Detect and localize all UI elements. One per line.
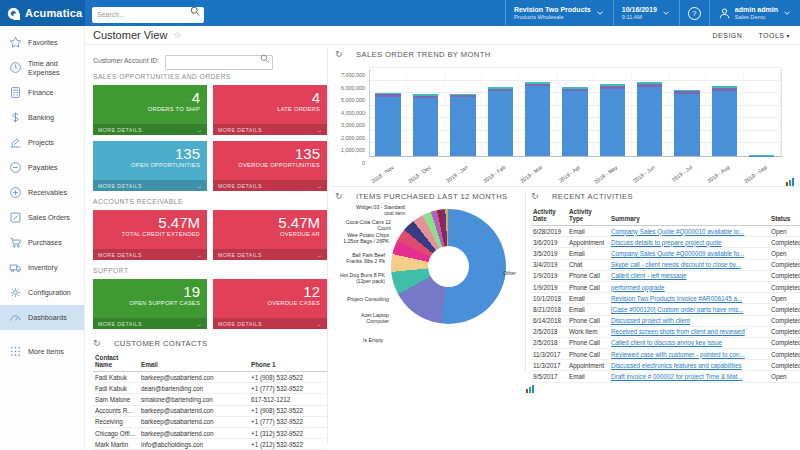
- kpi-tile-total-credit-extended[interactable]: 5.47MTOTAL CREDIT EXTENDEDMORE DETAILS→: [93, 210, 207, 260]
- company-selector[interactable]: Revision Two Products Products Wholesale: [505, 0, 613, 26]
- column-header-summary[interactable]: Summary: [609, 206, 769, 226]
- bar-2019-sep[interactable]: 2019 - Sep: [744, 69, 781, 156]
- maximize-widget-icon[interactable]: [786, 178, 794, 186]
- bar-2019-may[interactable]: 2019 - May: [594, 69, 631, 156]
- more-details-link[interactable]: MORE DETAILS→: [213, 249, 327, 260]
- sidebar-item-dashboards[interactable]: Dashboards: [0, 305, 84, 330]
- column-header-contact-name[interactable]: Contact Name: [93, 352, 139, 372]
- kpi-tile-overdue-opportunities[interactable]: 135OVERDUE OPPORTUNITIESMORE DETAILS→: [213, 141, 327, 191]
- sidebar-item-sales-orders[interactable]: Sales Orders: [0, 205, 84, 230]
- table-row[interactable]: Accounts R...barkeep@usabartend.con+1 (9…: [93, 405, 327, 416]
- refresh-icon[interactable]: ↻: [335, 50, 343, 59]
- summary-link[interactable]: Received screen shots from client and re…: [609, 326, 769, 337]
- date-selector[interactable]: 10/16/2019 9:11 AM: [613, 0, 679, 26]
- bar-2019-mar[interactable]: 2019 - Mar: [519, 69, 556, 156]
- column-header-status[interactable]: Status: [769, 206, 800, 226]
- table-row[interactable]: 9/5/2017EmailDraft invoice # 000002 for …: [531, 371, 800, 382]
- table-row[interactable]: 3/5/2019EmailCompany Sales Quote #Q00000…: [531, 248, 800, 259]
- table-row[interactable]: 1/9/2019Phone Callperformed upgradeCompl…: [531, 281, 800, 292]
- table-row[interactable]: 3/6/2019AppointmentDiscuss details to pr…: [531, 237, 800, 248]
- summary-link[interactable]: Company Sales Quote #Q000009 available f…: [609, 248, 769, 259]
- sidebar-item-receivables[interactable]: Receivables: [0, 180, 84, 205]
- search-input[interactable]: [92, 7, 204, 23]
- table-row[interactable]: 10/1/2018EmailRevision Two Products Invo…: [531, 293, 800, 304]
- design-button[interactable]: DESIGN: [713, 32, 743, 39]
- table-row[interactable]: Fadi Kabukbarkeep@usabartend.con+1 (908)…: [93, 372, 327, 383]
- more-details-link[interactable]: MORE DETAILS→: [213, 124, 327, 135]
- lookup-icon[interactable]: [259, 53, 270, 64]
- table-row[interactable]: Fadi Kabukdean@bartending.con+1 (777) 53…: [93, 383, 327, 394]
- summary-link[interactable]: Discuss details to prepare project quote: [609, 237, 769, 248]
- table-row[interactable]: Sam Malonesmalone@bartending.con617-512-…: [93, 394, 327, 405]
- sidebar-item-projects[interactable]: Projects: [0, 130, 84, 155]
- column-header-phone-1[interactable]: Phone 1: [249, 352, 327, 372]
- summary-link[interactable]: Revision Two Products Invoice #AR006145 …: [609, 293, 769, 304]
- table-row[interactable]: Receivingbarkeep@usabartend.con+1 (777) …: [93, 416, 327, 427]
- table-row[interactable]: 11/3/2017AppointmentDiscussed electronic…: [531, 360, 800, 371]
- table-row[interactable]: 8/21/2018Email[Case #000120] Custom orde…: [531, 304, 800, 315]
- kpi-tile-open-opportunities[interactable]: 135OPEN OPPORTUNITIESMORE DETAILS→: [93, 141, 207, 191]
- more-details-link[interactable]: MORE DETAILS→: [93, 249, 207, 260]
- bar-2019-jun[interactable]: 2019 - Jun: [632, 69, 669, 156]
- more-details-link[interactable]: MORE DETAILS→: [93, 124, 207, 135]
- column-header-activity-type[interactable]: Activity Type: [567, 206, 609, 226]
- table-row[interactable]: 11/3/2017Phone CallReviewed case with cu…: [531, 349, 800, 360]
- summary-link[interactable]: performed upgrade: [609, 281, 769, 292]
- sidebar-item-time-and-expenses[interactable]: Time and Expenses: [0, 55, 84, 80]
- kpi-tile-open-support-cases[interactable]: 19OPEN SUPPORT CASESMORE DETAILS→: [93, 279, 207, 329]
- table-row[interactable]: 1/9/2019Phone CallCalled client - left m…: [531, 270, 800, 281]
- acumatica-logo[interactable]: Acumatica: [0, 0, 85, 26]
- tools-button[interactable]: TOOLS▾: [758, 32, 790, 39]
- table-row[interactable]: 6/14/2018Phone CallDiscussed project wit…: [531, 315, 800, 326]
- sidebar-item-purchases[interactable]: Purchases: [0, 230, 84, 255]
- sidebar-item-more-items[interactable]: More Items: [0, 339, 84, 364]
- bar-2019-jul[interactable]: 2019 - Jul: [669, 69, 706, 156]
- cell: dean@bartending.con: [139, 383, 249, 394]
- sidebar-item-favorites[interactable]: Favorites: [0, 30, 84, 55]
- refresh-icon[interactable]: ↻: [531, 192, 539, 201]
- sidebar-item-banking[interactable]: Banking: [0, 105, 84, 130]
- maximize-widget-icon[interactable]: [526, 385, 534, 393]
- summary-link[interactable]: Called client - left message: [609, 270, 769, 281]
- user-menu[interactable]: admin admin Sales Demo: [709, 0, 800, 26]
- summary-link[interactable]: Reviewed case with customer - pointed to…: [609, 349, 769, 360]
- column-header-activity-date[interactable]: Activity Date: [531, 206, 567, 226]
- bar-2019-apr[interactable]: 2019 - Apr: [557, 69, 594, 156]
- sidebar-item-finance[interactable]: Finance: [0, 80, 84, 105]
- bar-2019-feb[interactable]: 2019 - Feb: [482, 69, 519, 156]
- more-details-link[interactable]: MORE DETAILS→: [93, 180, 207, 191]
- summary-link[interactable]: Discussed electronics features and capab…: [609, 360, 769, 371]
- bar-2019-jan[interactable]: 2019 - Jan: [445, 69, 482, 156]
- table-row[interactable]: 2/5/2018Phone CallCalled client to discu…: [531, 337, 800, 348]
- sidebar-item-configuration[interactable]: Configuration: [0, 280, 84, 305]
- table-row[interactable]: 2/5/2018Work ItemReceived screen shots f…: [531, 326, 800, 337]
- table-row[interactable]: 3/4/2019ChatSkype call - client needs di…: [531, 259, 800, 270]
- summary-link[interactable]: Skype call - client needs discount to cl…: [609, 259, 769, 270]
- bar-2018-dec[interactable]: 2018 - Dec: [407, 69, 444, 156]
- sidebar-item-inventory[interactable]: Inventory: [0, 255, 84, 280]
- kpi-tile-overdue-ar[interactable]: 5.47MOVERDUE ARMORE DETAILS→: [213, 210, 327, 260]
- summary-link[interactable]: Discussed project with client: [609, 315, 769, 326]
- favorite-star-icon[interactable]: ☆: [173, 30, 181, 40]
- table-row[interactable]: Chicago Offi...barkeep@usabartend.con+1 …: [93, 427, 327, 438]
- help-button[interactable]: ?: [679, 0, 709, 26]
- refresh-icon[interactable]: ↻: [93, 339, 101, 348]
- column-header-email[interactable]: Email: [139, 352, 249, 372]
- kpi-tile-late-orders[interactable]: 4LATE ORDERSMORE DETAILS→: [213, 85, 327, 135]
- bar-2018-nov[interactable]: 2018 - Nov: [370, 69, 407, 156]
- summary-link[interactable]: Draft invoice # 000002 for project Time …: [609, 371, 769, 382]
- summary-link[interactable]: [Case #000120] Custom order parts have m…: [609, 304, 769, 315]
- kpi-tile-orders-to-ship[interactable]: 4ORDERS TO SHIPMORE DETAILS→: [93, 85, 207, 135]
- refresh-icon[interactable]: ↻: [335, 192, 343, 201]
- table-row[interactable]: Mark Martininfo@abcholdings.con+1 (212) …: [93, 439, 327, 450]
- kpi-tile-overdue-cases[interactable]: 12OVERDUE CASESMORE DETAILS→: [213, 279, 327, 329]
- summary-link[interactable]: Called client to discuss annoy key issue: [609, 337, 769, 348]
- table-row[interactable]: 6/28/2019EmailCompany Sales Quote #Q0000…: [531, 226, 800, 237]
- more-details-link[interactable]: MORE DETAILS→: [93, 318, 207, 329]
- search-icon[interactable]: [189, 5, 201, 17]
- sidebar-item-payables[interactable]: Payables: [0, 155, 84, 180]
- bar-2019-aug[interactable]: 2019 - Aug: [706, 69, 743, 156]
- summary-link[interactable]: Company Sales Quote #Q000010 available t…: [609, 226, 769, 237]
- more-details-link[interactable]: MORE DETAILS→: [213, 180, 327, 191]
- more-details-link[interactable]: MORE DETAILS→: [213, 318, 327, 329]
